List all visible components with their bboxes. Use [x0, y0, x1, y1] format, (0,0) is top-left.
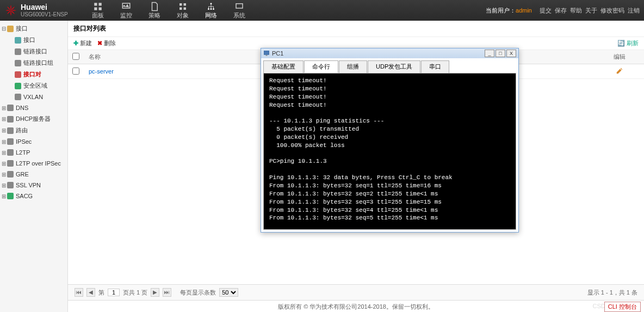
top-link-4[interactable]: 修改密码 [600, 7, 624, 14]
minimize-button[interactable]: _ [485, 50, 494, 57]
folder-icon [7, 25, 14, 33]
svg-rect-16 [15, 48, 21, 55]
nav-object[interactable]: 对象 [169, 1, 196, 21]
tree-item-12[interactable]: ⊞L2TP over IPSec [0, 158, 67, 169]
tree-toggle-icon: ⊞ [1, 150, 7, 156]
nav-network[interactable]: 网络 [197, 1, 225, 21]
column-edit: 编辑 [595, 50, 644, 64]
tree-item-7[interactable]: ⊞DNS [0, 102, 67, 113]
top-bar: Huawei USG6000V1-ENSP 面板监控策略对象网络系统 当前用户：… [0, 0, 644, 21]
top-link-3[interactable]: 关于 [585, 7, 597, 14]
tree-item-1[interactable]: 接口 [0, 34, 67, 46]
svg-rect-24 [7, 138, 14, 145]
ssl-icon [7, 181, 14, 189]
pc-tab-4[interactable]: 串口 [421, 60, 449, 73]
tree-item-2[interactable]: 链路接口 [0, 46, 67, 57]
system-icon [234, 2, 244, 11]
pager-last[interactable]: ⏭ [163, 288, 171, 297]
link-icon [14, 59, 22, 67]
svg-point-9 [210, 3, 212, 4]
tree-item-9[interactable]: ⊞路由 [0, 125, 67, 136]
logo-group: Huawei USG6000V1-ENSP [4, 3, 68, 17]
pc-tab-3[interactable]: UDP发包工具 [368, 60, 420, 73]
svg-rect-27 [7, 171, 14, 178]
new-button[interactable]: ✚新建 [73, 39, 92, 47]
delete-icon: ✖ [97, 40, 102, 47]
top-link-0[interactable]: 提交 [540, 7, 552, 14]
nav-policy[interactable]: 策略 [141, 1, 168, 21]
svg-rect-21 [7, 105, 14, 111]
svg-rect-17 [15, 60, 21, 66]
network-icon [206, 2, 216, 11]
tree-item-8[interactable]: ⊞DHCP服务器 [0, 113, 67, 125]
tree-item-5[interactable]: 安全区域 [0, 80, 67, 91]
svg-point-12 [213, 8, 214, 10]
nav-monitor[interactable]: 监控 [113, 1, 140, 21]
tree-item-15[interactable]: ⊞SACG [0, 191, 67, 201]
huawei-logo-icon [4, 4, 17, 17]
tree-item-10[interactable]: ⊞IPSec [0, 136, 67, 147]
pc-tab-1[interactable]: 命令行 [304, 60, 338, 73]
svg-rect-6 [183, 3, 186, 6]
row-checkbox[interactable] [72, 68, 79, 75]
top-link-1[interactable]: 保存 [555, 7, 567, 14]
current-user-label: 当前用户：admin [486, 7, 532, 15]
svg-rect-19 [15, 83, 21, 89]
tree-item-6[interactable]: VXLAN [0, 91, 67, 102]
tree-item-4[interactable]: 接口对 [0, 69, 67, 80]
panel-title: 接口对列表 [68, 21, 644, 37]
pager-page-input[interactable] [108, 289, 120, 296]
row-name-link[interactable]: pc-server [89, 68, 114, 75]
tree-item-3[interactable]: 链路接口组 [0, 57, 67, 69]
close-button[interactable]: X [506, 50, 516, 57]
pager-size-select[interactable]: 50 [219, 288, 238, 297]
pc-tab-0[interactable]: 基础配置 [263, 60, 304, 73]
maximize-button[interactable]: □ [496, 50, 505, 57]
pc-tab-2[interactable]: 组播 [339, 60, 367, 73]
svg-rect-3 [98, 7, 101, 10]
pager-prev[interactable]: ◀ [86, 288, 95, 297]
l2tp-icon [7, 149, 14, 156]
select-all-checkbox[interactable] [72, 53, 79, 60]
dhcp-icon [7, 115, 14, 123]
pager-first[interactable]: ⏮ [75, 288, 83, 297]
svg-rect-26 [7, 160, 14, 167]
pc1-tabs: 基础配置命令行组播UDP发包工具串口 [261, 58, 518, 73]
svg-rect-1 [98, 3, 101, 5]
ipsec-icon [7, 138, 14, 145]
pc1-terminal[interactable]: Request timeout! Request timeout! Reques… [263, 73, 516, 230]
current-user-value: admin [516, 7, 532, 14]
link-icon [14, 48, 22, 56]
pager-next[interactable]: ▶ [151, 288, 159, 297]
delete-button[interactable]: ✖删除 [97, 39, 116, 47]
nav-dashboard[interactable]: 面板 [84, 1, 112, 21]
tree-toggle-icon: ⊞ [1, 161, 7, 167]
tree-item-0[interactable]: ⊟接口 [0, 23, 67, 34]
dashboard-icon [93, 2, 103, 11]
cli-console-button[interactable]: CLI 控制台 [604, 302, 641, 312]
nav-system[interactable]: 系统 [226, 1, 253, 21]
tree-toggle-icon: ⊞ [1, 105, 7, 111]
tree-item-13[interactable]: ⊞GRE [0, 169, 67, 180]
svg-rect-14 [7, 26, 14, 32]
svg-rect-22 [7, 116, 14, 123]
top-link-5[interactable]: 注销 [628, 7, 640, 14]
sidebar-tree: ⊟接口接口链路接口链路接口组接口对安全区域VXLAN⊞DNS⊞DHCP服务器⊞路… [0, 21, 68, 312]
monitor-icon [121, 2, 131, 11]
refresh-button[interactable]: 🔄刷新 [617, 39, 639, 47]
tree-toggle-icon: ⊞ [1, 172, 7, 178]
tree-item-11[interactable]: ⊞L2TP [0, 147, 67, 158]
edit-icon[interactable] [616, 67, 623, 75]
tree-item-14[interactable]: ⊞SSL VPN [0, 180, 67, 191]
svg-rect-15 [15, 37, 21, 44]
top-right-links: 当前用户：admin 提交保存帮助关于修改密码注销 [486, 7, 640, 15]
svg-rect-29 [7, 193, 14, 199]
tree-toggle-icon: ⊞ [1, 193, 7, 199]
pager-summary: 显示 1 - 1，共 1 条 [587, 289, 637, 297]
refresh-icon: 🔄 [617, 40, 625, 47]
dns-icon [7, 104, 14, 112]
top-link-2[interactable]: 帮助 [570, 7, 582, 14]
svg-rect-30 [264, 51, 269, 55]
pc1-titlebar[interactable]: PC1 _ □ X [261, 48, 518, 58]
pager: ⏮ ◀ 第 页共 1 页 ▶ ⏭ 每页显示条数 50 显示 1 - 1，共 1 … [68, 284, 644, 300]
